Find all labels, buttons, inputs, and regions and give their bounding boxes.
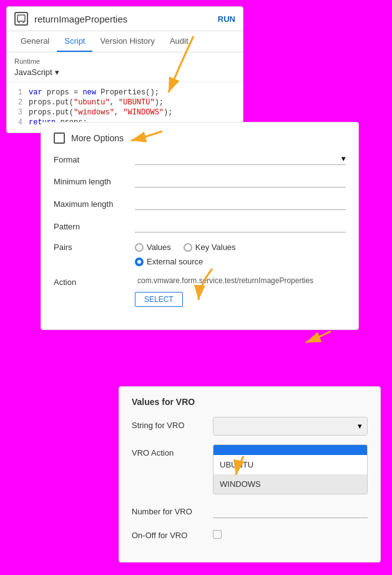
radio-external-source-circle (135, 258, 144, 266)
line-num-4: 4 (7, 118, 29, 127)
select-button[interactable]: SELECT (135, 292, 183, 307)
line-num-3: 3 (7, 108, 29, 117)
vro-action-dropdown[interactable]: UBUNTU WINDOWS (213, 444, 368, 494)
onoff-vro-checkbox[interactable] (213, 530, 222, 539)
tab-general[interactable]: General (13, 31, 57, 52)
tab-bar: General Script Version History Audit (7, 31, 243, 52)
string-vro-select-header: ▾ (213, 418, 367, 435)
script-editor-panel: returnImageProperties RUN General Script… (6, 6, 243, 133)
radio-values-circle (135, 243, 144, 252)
dropdown-option-empty[interactable] (213, 445, 367, 455)
vro-title: Values for VRO (132, 397, 368, 407)
onoff-vro-field (213, 527, 368, 541)
radio-key-values-circle (184, 243, 192, 252)
max-length-input[interactable] (135, 198, 346, 210)
more-options-checkbox[interactable] (54, 132, 65, 144)
runtime-select[interactable]: JavaScript ▾ (14, 68, 235, 77)
radio-values[interactable]: Values (135, 242, 171, 252)
line-num-2: 2 (7, 98, 29, 107)
vro-action-row: VRO Action UBUNTU WINDOWS (132, 444, 368, 494)
more-options-panel: More Options Format ▾ Minimum length Max… (41, 122, 359, 330)
string-vro-chevron-icon: ▾ (358, 421, 362, 431)
panel-icon (14, 12, 28, 26)
dropdown-option-ubuntu[interactable]: UBUNTU (213, 455, 367, 474)
min-length-label: Minimum length (54, 177, 135, 186)
tab-script[interactable]: Script (57, 31, 92, 52)
more-options-title: More Options (71, 133, 124, 143)
panel-header: returnImageProperties RUN (7, 7, 243, 31)
line-code-3: props.put("windows", "WINDOWS"); (29, 108, 172, 117)
pattern-row: Pattern (54, 220, 346, 232)
vro-panel: Values for VRO String for VRO ▾ VRO Acti… (119, 386, 381, 562)
max-length-label: Maximum length (54, 199, 135, 209)
string-vro-row: String for VRO ▾ (132, 417, 368, 436)
vro-action-label: VRO Action (132, 444, 213, 458)
format-select[interactable]: ▾ (135, 154, 346, 165)
code-line-2: 2 props.put("ubuntu", "UBUNTU"); (7, 98, 243, 108)
onoff-vro-label: On-Off for VRO (132, 527, 213, 540)
runtime-value: JavaScript (14, 68, 52, 77)
line-num-1: 1 (7, 88, 29, 97)
tab-audit[interactable]: Audit (162, 31, 196, 52)
tab-version-history[interactable]: Version History (92, 31, 162, 52)
number-vro-label: Number for VRO (132, 503, 213, 516)
action-row: Action com.vmware.form.service.test/retu… (54, 276, 346, 307)
pattern-input[interactable] (135, 220, 346, 232)
format-row: Format ▾ (54, 154, 346, 165)
pairs-row: Pairs Values Key Values External source (54, 242, 346, 266)
onoff-vro-row: On-Off for VRO (132, 527, 368, 541)
action-label: Action (54, 276, 135, 287)
radio-external-source-label: External source (147, 257, 203, 266)
string-vro-select[interactable]: ▾ (213, 417, 368, 436)
pattern-label: Pattern (54, 222, 135, 231)
number-vro-row: Number for VRO (132, 503, 368, 518)
runtime-label: Runtime (14, 58, 235, 65)
code-line-1: 1 var props = new Properties(); (7, 88, 243, 98)
dropdown-option-windows[interactable]: WINDOWS (213, 474, 367, 494)
number-vro-input[interactable] (213, 503, 368, 518)
pairs-label: Pairs (54, 242, 135, 252)
panel-title: returnImageProperties (34, 14, 212, 24)
format-chevron-icon: ▾ (341, 154, 346, 163)
runtime-chevron-icon: ▾ (55, 68, 59, 77)
radio-key-values[interactable]: Key Values (184, 242, 236, 252)
svg-rect-0 (17, 15, 25, 21)
radio-key-values-label: Key Values (195, 242, 236, 252)
runtime-section: Runtime JavaScript ▾ (7, 52, 243, 82)
more-options-header: More Options (54, 132, 346, 144)
number-vro-field (213, 503, 368, 518)
line-code-2: props.put("ubuntu", "UBUNTU"); (29, 98, 164, 107)
line-code-1: var props = new Properties(); (29, 88, 159, 97)
run-button[interactable]: RUN (218, 14, 235, 24)
radio-external-source[interactable]: External source (135, 257, 203, 266)
pairs-radio-group: Values Key Values (135, 242, 346, 252)
max-length-row: Maximum length (54, 198, 346, 210)
script-icon (17, 14, 26, 23)
radio-values-label: Values (147, 242, 171, 252)
format-label: Format (54, 155, 135, 164)
action-value: com.vmware.form.service.test/returnImage… (135, 276, 346, 285)
min-length-input[interactable] (135, 175, 346, 188)
vro-action-field: UBUNTU WINDOWS (213, 444, 368, 494)
string-vro-label: String for VRO (132, 417, 213, 430)
min-length-row: Minimum length (54, 175, 346, 188)
string-vro-field: ▾ (213, 417, 368, 436)
code-line-3: 3 props.put("windows", "WINDOWS"); (7, 108, 243, 118)
